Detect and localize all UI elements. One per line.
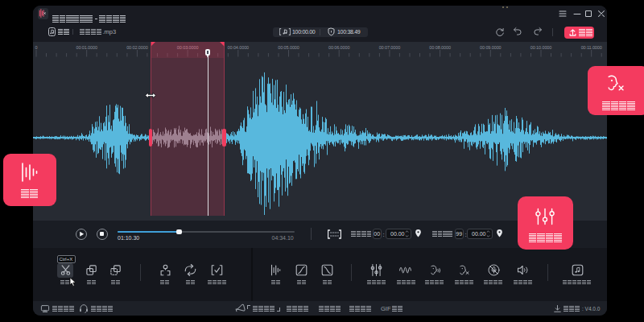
svg-text:00:05.0000: 00:05.0000 xyxy=(278,45,299,50)
svg-text:00:09.0000: 00:09.0000 xyxy=(480,45,502,50)
svg-text:0: 0 xyxy=(35,45,38,50)
svg-text:00:10.0000: 00:10.0000 xyxy=(530,45,552,50)
svg-text:00:07.0000: 00:07.0000 xyxy=(379,45,401,50)
svg-text:00:06.0000: 00:06.0000 xyxy=(328,45,350,50)
svg-text:00:04.0000: 00:04.0000 xyxy=(228,45,250,50)
svg-text:00:02.0000: 00:02.0000 xyxy=(126,45,148,50)
svg-text:00:08.0000: 00:08.0000 xyxy=(429,45,451,50)
svg-text:00:01.0000: 00:01.0000 xyxy=(76,45,97,50)
svg-text:00:11.0000: 00:11.0000 xyxy=(581,45,602,50)
